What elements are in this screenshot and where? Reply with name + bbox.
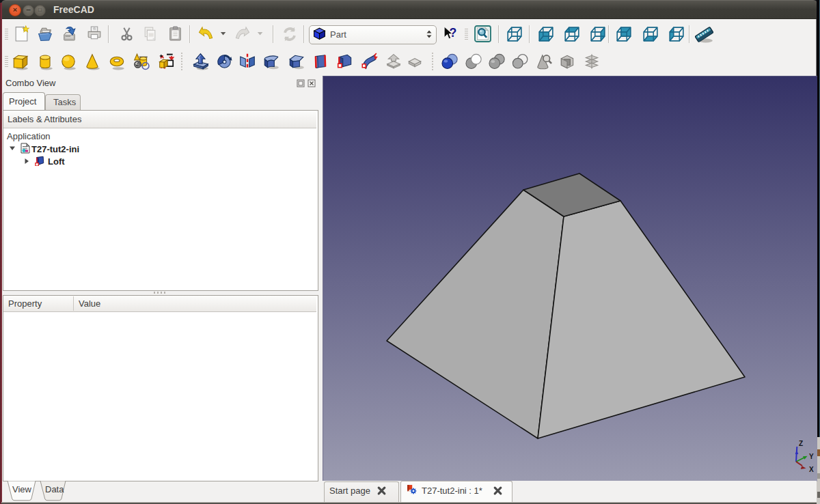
svg-text:Z: Z	[799, 440, 803, 447]
svg-text:X: X	[809, 466, 814, 473]
svg-text:?: ?	[449, 26, 456, 40]
svg-text:Y: Y	[809, 453, 814, 460]
